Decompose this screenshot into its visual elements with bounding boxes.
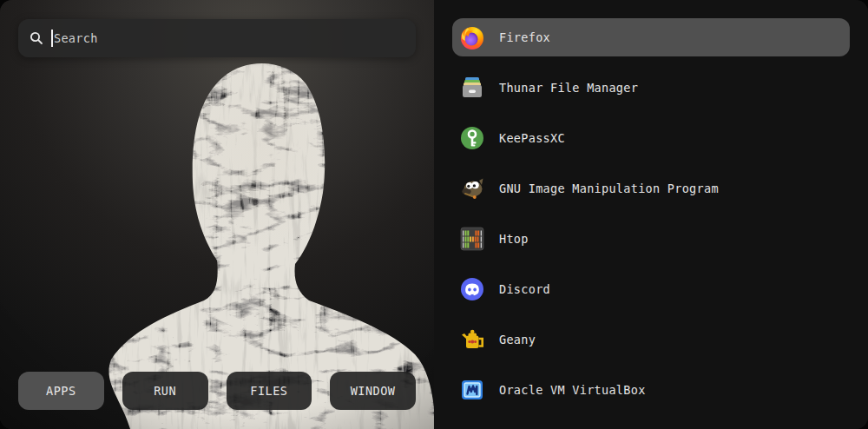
tab-run[interactable]: RUN: [122, 372, 208, 410]
background-artwork: [0, 0, 434, 429]
app-label: Discord: [499, 282, 550, 296]
discord-icon: [458, 275, 486, 303]
app-item-keepassxc[interactable]: KeePassXC: [452, 119, 850, 157]
thunar-icon: [458, 74, 486, 102]
text-cursor: [51, 30, 53, 47]
app-label: Thunar File Manager: [499, 81, 638, 95]
app-item-firefox[interactable]: Firefox: [452, 18, 850, 56]
left-panel: APPSRUNFILESWINDOW: [0, 0, 434, 429]
mode-tabs: APPSRUNFILESWINDOW: [18, 372, 416, 410]
app-label: GNU Image Manipulation Program: [499, 182, 719, 195]
tab-files[interactable]: FILES: [227, 372, 312, 410]
app-item-gimp[interactable]: GNU Image Manipulation Program: [452, 169, 850, 208]
app-label: KeePassXC: [499, 131, 565, 145]
app-label: Oracle VM VirtualBox: [499, 383, 646, 397]
search-bar[interactable]: [18, 19, 416, 57]
app-label: Geany: [499, 333, 536, 346]
htop-icon: [458, 225, 486, 253]
app-label: Firefox: [499, 30, 550, 44]
virtualbox-icon: [458, 376, 486, 404]
search-input[interactable]: [54, 31, 405, 45]
app-list: Firefox Thunar File Manager KeePassXC GN…: [452, 18, 850, 409]
app-item-geany[interactable]: Geany: [452, 320, 850, 359]
app-item-htop[interactable]: Htop: [452, 220, 850, 258]
app-launcher-window: APPSRUNFILESWINDOW Firefox Thunar File M…: [0, 0, 868, 429]
geany-icon: [458, 326, 486, 353]
tab-apps[interactable]: APPS: [18, 372, 104, 410]
app-item-thunar[interactable]: Thunar File Manager: [452, 69, 850, 107]
app-item-discord[interactable]: Discord: [452, 270, 850, 308]
app-list-panel: Firefox Thunar File Manager KeePassXC GN…: [434, 0, 868, 429]
firefox-icon: [458, 23, 486, 51]
tab-window[interactable]: WINDOW: [330, 372, 416, 410]
search-icon: [29, 30, 44, 46]
app-label: Htop: [499, 232, 529, 246]
gimp-icon: [458, 175, 486, 202]
app-item-virtualbox[interactable]: Oracle VM VirtualBox: [452, 371, 850, 409]
keepassxc-icon: [458, 124, 486, 152]
